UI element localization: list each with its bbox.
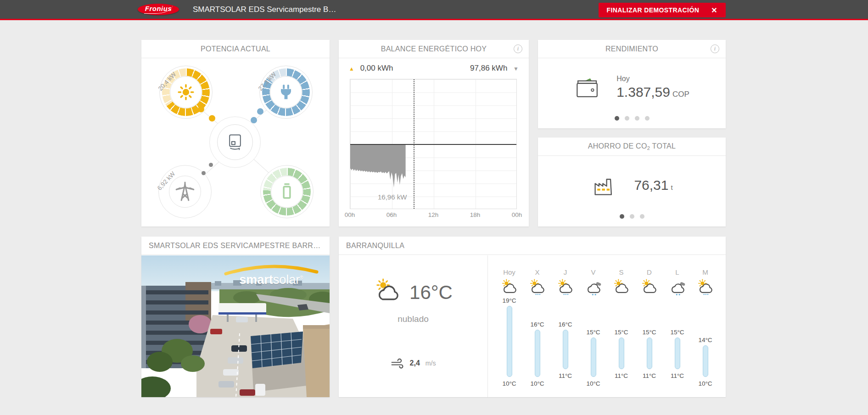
plug-icon [276, 82, 296, 102]
pv-flow-dot [209, 115, 215, 122]
forecast-temp-track: 14°C10°C [691, 297, 719, 394]
partly-cloudy-icon [635, 278, 663, 296]
info-icon[interactable]: i [514, 44, 522, 53]
load-flow-dot [257, 108, 263, 115]
inverter-icon [225, 133, 245, 152]
grid-flow-dot [202, 171, 206, 175]
pv-flow-dot [198, 106, 204, 112]
cloud-rain-icon [663, 278, 691, 296]
co2-page-dot[interactable] [620, 214, 624, 219]
current-time-line [414, 79, 414, 209]
up-triangle-icon: ▲ [349, 66, 354, 72]
forecast-low-temp: 11°C [551, 372, 579, 379]
site-photo: smartsolar® [141, 255, 330, 397]
current-power-title: POTENCIA ACTUAL [201, 45, 270, 53]
battery-icon [277, 182, 297, 202]
forecast-day-label: L [663, 268, 691, 278]
weather-forecast: Hoy19°C10°CX16°C10°CJ16°C11°CV15°C10°CS1… [488, 255, 726, 397]
forecast-low-temp: 11°C [607, 372, 635, 379]
energy-balance-chart[interactable]: 16,96 kW [350, 79, 517, 209]
close-icon[interactable]: ✕ [711, 6, 717, 15]
forecast-temp-bar [507, 306, 512, 377]
forecast-high-temp: 16°C [523, 321, 551, 328]
current-power-card: POTENCIA ACTUAL 20,4 kW 27,3 kW [141, 40, 330, 227]
forecast-temp-track: 15°C10°C [579, 297, 607, 394]
forecast-low-temp: 10°C [691, 380, 719, 387]
forecast-day-label: V [579, 268, 607, 278]
forecast-temp-bar [591, 338, 596, 377]
top-bar: Fronius SMARTSOLAR EDS Servicampestre B…… [0, 0, 868, 20]
forecast-day-label: J [551, 268, 579, 278]
yield-page-dot[interactable] [615, 116, 619, 121]
factory-icon [591, 173, 618, 197]
x-tick-label: 12h [428, 211, 439, 218]
forecast-high-temp: 15°C [663, 329, 691, 336]
fronius-logo-text: Fronius [144, 5, 173, 14]
weather-location-title: BARRANQUILLA [346, 242, 404, 250]
current-temperature: 16°C [409, 282, 453, 304]
yield-page-dot[interactable] [635, 116, 639, 121]
wind-speed: 2,4 [410, 359, 420, 367]
wallet-icon [574, 75, 601, 99]
yield-title: RENDIMIENTO [605, 45, 658, 53]
production-value: ▲ 0,00 kWh [349, 64, 393, 73]
forecast-high-temp: 19°C [495, 297, 523, 304]
co2-title: AHORRO DE CO2 TOTAL [588, 142, 676, 151]
weather-card: BARRANQUILLA 16°C nublado 2,4 m/s Hoy19°… [339, 237, 726, 397]
current-power-header: POTENCIA ACTUAL [141, 40, 330, 58]
partly-cloudy-icon [374, 277, 402, 308]
yield-value: 1.387,59COP [616, 84, 689, 100]
forecast-temp-bar [703, 345, 708, 377]
site-title: SMARTSOLAR EDS SERVICAMPESTRE BARR… [149, 242, 320, 250]
forecast-low-temp: 10°C [495, 380, 523, 387]
inverter-node [209, 116, 261, 168]
yield-pagination [538, 116, 726, 121]
partly-cloudy-drizzle-icon [551, 278, 579, 296]
forecast-low-temp: 11°C [663, 372, 691, 379]
co2-page-dot[interactable] [640, 214, 644, 219]
smartsolar-watermark: smartsolar® [218, 264, 324, 287]
forecast-day-label: S [607, 268, 635, 278]
info-icon[interactable]: i [711, 44, 719, 53]
forecast-day-column: X16°C10°C [523, 268, 551, 397]
partly-cloudy-icon [607, 278, 635, 296]
weather-current: 16°C nublado 2,4 m/s [339, 255, 488, 397]
yield-period: Hoy [616, 75, 689, 83]
fronius-logo: Fronius [138, 4, 179, 15]
yield-page-dot[interactable] [625, 116, 629, 121]
forecast-day-label: Hoy [495, 268, 523, 278]
site-card: SMARTSOLAR EDS SERVICAMPESTRE BARR… [141, 237, 330, 397]
current-power-label: 16,96 kW [378, 193, 407, 201]
finish-demo-button[interactable]: FINALIZAR DEMOSTRACIÓN ✕ [599, 3, 726, 17]
forecast-temp-bar [563, 330, 568, 369]
forecast-day-column: L15°C11°C [663, 268, 691, 397]
forecast-temp-bar [619, 338, 624, 369]
forecast-day-column: M14°C10°C [691, 268, 719, 397]
currency-label: COP [672, 90, 689, 99]
partly-cloudy-drizzle-icon [691, 278, 719, 296]
co2-value: 76,31t [634, 177, 672, 193]
partly-cloudy-drizzle-icon [523, 278, 551, 296]
co2-savings-card: AHORRO DE CO2 TOTAL 76,31t [538, 138, 726, 227]
forecast-high-temp: 14°C [691, 337, 719, 343]
consumption-gauge: 27,3 kW [259, 66, 313, 119]
finish-demo-label: FINALIZAR DEMOSTRACIÓN [607, 6, 700, 14]
forecast-day-column: J16°C11°C [551, 268, 579, 397]
battery-gauge [260, 165, 314, 218]
co2-page-dot[interactable] [630, 214, 634, 219]
grid-flow-dot [209, 163, 213, 167]
forecast-temp-track: 15°C11°C [663, 297, 691, 394]
forecast-temp-track: 16°C11°C [551, 297, 579, 394]
co2-unit: t [671, 183, 672, 191]
forecast-day-label: X [523, 268, 551, 278]
forecast-high-temp: 15°C [635, 329, 663, 336]
forecast-day-column: Hoy19°C10°C [495, 268, 523, 397]
wind-unit: m/s [426, 360, 436, 367]
forecast-low-temp: 10°C [579, 380, 607, 387]
forecast-high-temp: 15°C [579, 329, 607, 336]
yield-page-dot[interactable] [645, 116, 650, 121]
forecast-temp-track: 15°C11°C [635, 297, 663, 394]
down-triangle-icon: ▼ [513, 66, 519, 72]
forecast-temp-bar [675, 338, 680, 369]
partly-cloudy-icon [495, 278, 523, 296]
